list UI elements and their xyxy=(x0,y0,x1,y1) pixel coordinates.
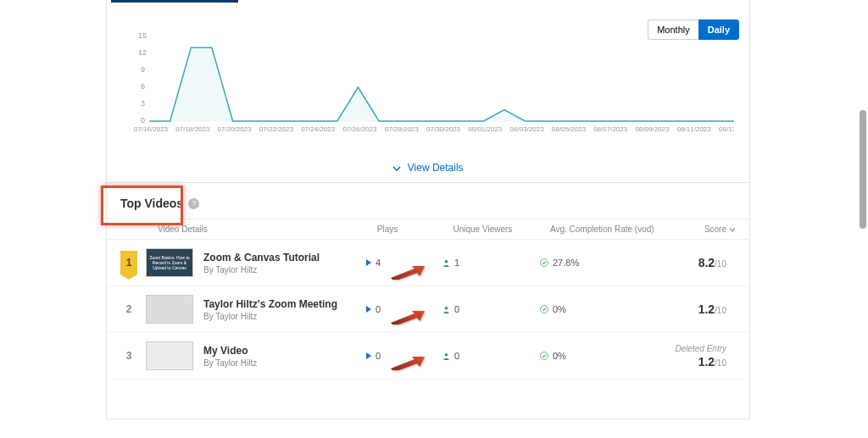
chart-area: Monthly Daily 0 3 6 9 12 15 07/16/202307… xyxy=(107,3,749,155)
chevron-down-icon xyxy=(729,226,736,233)
svg-text:07/24/2023: 07/24/2023 xyxy=(301,125,336,133)
score-denom: /10 xyxy=(715,259,726,269)
score-denom: /10 xyxy=(715,306,726,315)
daily-toggle-button[interactable]: Daily xyxy=(698,19,739,40)
page-root: Monthly Daily 0 3 6 9 12 15 07/16/202307… xyxy=(0,0,868,438)
svg-point-23 xyxy=(445,306,448,309)
view-details-label: View Details xyxy=(408,162,464,174)
svg-text:07/16/2023: 07/16/2023 xyxy=(134,125,169,133)
svg-point-24 xyxy=(445,352,448,356)
svg-text:08/05/2023: 08/05/2023 xyxy=(552,125,587,133)
deleted-label: Deleted Entry xyxy=(659,344,726,353)
table-body: 1Zoom Basics: How to Record in Zoom & Up… xyxy=(107,240,749,380)
chart-line-path xyxy=(149,47,734,121)
svg-text:08/13/2023: 08/13/2023 xyxy=(719,125,734,133)
chart-panel: Monthly Daily 0 3 6 9 12 15 07/16/202307… xyxy=(106,0,750,186)
viewers-metric: 0 xyxy=(442,304,540,314)
completion-rate-metric: 0% xyxy=(540,351,659,361)
info-icon[interactable]: ? xyxy=(188,198,199,209)
svg-text:3: 3 xyxy=(141,99,145,108)
check-circle-icon xyxy=(540,352,548,360)
score-metric: 1.2/10 xyxy=(659,302,726,316)
viewers-value: 0 xyxy=(454,351,459,361)
viewers-value: 1 xyxy=(454,258,459,268)
chevron-down-icon xyxy=(392,164,401,173)
svg-text:07/28/2023: 07/28/2023 xyxy=(385,125,420,133)
plays-metric: 0 xyxy=(366,304,442,314)
svg-text:15: 15 xyxy=(138,31,147,40)
top-videos-panel: Top Videos ? Video Details Plays Unique … xyxy=(106,182,750,419)
section-header: Top Videos ? xyxy=(107,183,749,219)
video-meta: Taylor Hiltz's Zoom MeetingBy Taylor Hil… xyxy=(203,298,366,321)
video-title[interactable]: My Video xyxy=(203,345,366,357)
video-thumbnail[interactable] xyxy=(146,295,193,324)
score-denom: /10 xyxy=(715,358,726,368)
person-icon xyxy=(442,259,450,267)
score-metric: 8.2/10 xyxy=(659,256,726,269)
rank-cell: 1 xyxy=(120,251,137,274)
play-icon xyxy=(366,306,371,313)
score-value: 1.2 xyxy=(698,355,715,369)
section-title: Top Videos xyxy=(120,197,183,210)
col-header-rate: Avg. Completion Rate (vod) xyxy=(550,225,668,234)
svg-point-22 xyxy=(445,259,448,263)
svg-text:08/09/2023: 08/09/2023 xyxy=(635,125,670,133)
table-row[interactable]: 2Taylor Hiltz's Zoom MeetingBy Taylor Hi… xyxy=(107,286,749,333)
col-header-score[interactable]: Score xyxy=(668,225,736,234)
viewers-metric: 0 xyxy=(442,351,540,361)
video-meta: Zoom & Canvas TutorialBy Taylor Hiltz xyxy=(203,252,366,274)
rank-cell: 3 xyxy=(120,350,137,362)
plays-value: 0 xyxy=(376,351,381,361)
video-author: By Taylor Hiltz xyxy=(203,358,366,368)
svg-text:08/01/2023: 08/01/2023 xyxy=(468,125,503,133)
svg-text:07/30/2023: 07/30/2023 xyxy=(426,125,461,133)
rate-value: 0% xyxy=(553,304,566,314)
score-metric: Deleted Entry1.2/10 xyxy=(659,344,726,369)
col-header-viewers: Unique Viewers xyxy=(453,225,550,234)
page-scrollbar[interactable] xyxy=(860,110,866,229)
x-axis: 07/16/202307/18/202307/20/202307/22/2023… xyxy=(134,125,734,133)
video-thumbnail[interactable] xyxy=(146,341,193,370)
rank-badge: 1 xyxy=(120,251,137,274)
table-row[interactable]: 1Zoom Basics: How to Record in Zoom & Up… xyxy=(107,240,749,286)
svg-text:6: 6 xyxy=(141,82,145,91)
plays-value: 4 xyxy=(376,258,381,268)
table-row[interactable]: 3My VideoBy Taylor Hiltz000%Deleted Entr… xyxy=(107,333,749,380)
check-circle-icon xyxy=(540,258,548,267)
view-details-link[interactable]: View Details xyxy=(107,155,749,186)
line-chart: 0 3 6 9 12 15 07/16/202307/18/202307/20/… xyxy=(124,11,734,138)
chart-area-fill xyxy=(149,47,734,121)
video-author: By Taylor Hiltz xyxy=(203,265,366,274)
col-header-score-label: Score xyxy=(704,225,726,234)
score-value: 1.2 xyxy=(698,302,715,316)
plays-metric: 4 xyxy=(366,258,442,268)
svg-text:08/07/2023: 08/07/2023 xyxy=(593,125,628,133)
col-header-details: Video Details xyxy=(158,225,377,234)
svg-text:12: 12 xyxy=(138,48,147,57)
monthly-toggle-button[interactable]: Monthly xyxy=(648,19,698,40)
plays-metric: 0 xyxy=(366,351,442,361)
svg-text:07/18/2023: 07/18/2023 xyxy=(175,125,210,133)
rate-value: 27.8% xyxy=(553,258,579,268)
video-title[interactable]: Taylor Hiltz's Zoom Meeting xyxy=(203,298,366,310)
video-thumbnail[interactable]: Zoom Basics: How to Record in Zoom & Upl… xyxy=(146,248,193,277)
rate-value: 0% xyxy=(553,351,566,361)
rank-cell: 2 xyxy=(120,303,137,315)
person-icon xyxy=(442,352,450,360)
video-title[interactable]: Zoom & Canvas Tutorial xyxy=(203,252,366,263)
svg-text:07/22/2023: 07/22/2023 xyxy=(259,125,294,133)
svg-text:07/26/2023: 07/26/2023 xyxy=(342,125,377,133)
svg-text:07/20/2023: 07/20/2023 xyxy=(218,125,253,133)
viewers-value: 0 xyxy=(454,304,459,314)
video-author: By Taylor Hiltz xyxy=(203,312,366,321)
video-meta: My VideoBy Taylor Hiltz xyxy=(203,345,366,368)
svg-text:9: 9 xyxy=(141,65,145,74)
plays-value: 0 xyxy=(376,304,381,314)
check-circle-icon xyxy=(540,305,548,313)
completion-rate-metric: 27.8% xyxy=(540,258,659,268)
play-icon xyxy=(366,259,371,266)
score-value: 8.2 xyxy=(698,256,715,269)
svg-text:08/03/2023: 08/03/2023 xyxy=(510,125,545,133)
col-header-plays: Plays xyxy=(377,225,453,234)
svg-text:08/11/2023: 08/11/2023 xyxy=(677,125,712,133)
